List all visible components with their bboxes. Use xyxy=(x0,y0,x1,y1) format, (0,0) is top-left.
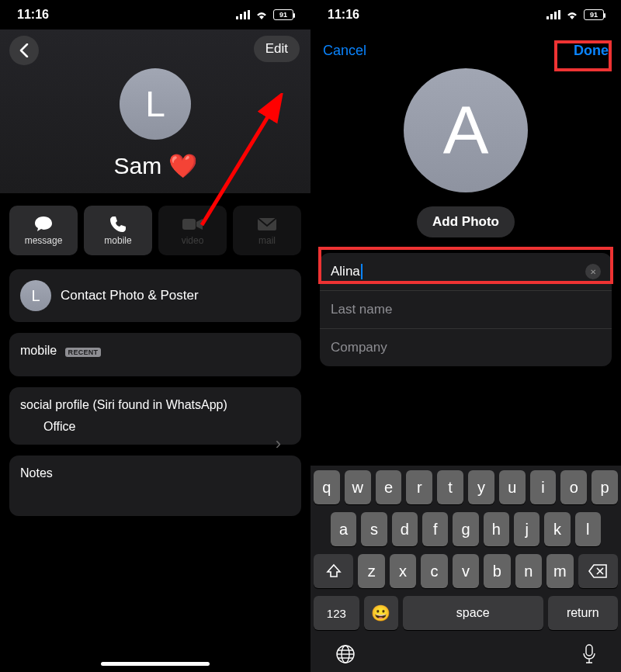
key-p[interactable]: p xyxy=(592,470,618,504)
phone-icon xyxy=(109,216,127,233)
key-s[interactable]: s xyxy=(361,512,387,546)
first-name-field[interactable]: Alina ✕ xyxy=(320,253,612,291)
video-label: video xyxy=(182,235,204,246)
key-e[interactable]: e xyxy=(376,470,402,504)
back-button[interactable] xyxy=(9,36,39,65)
photo-poster-card[interactable]: L Contact Photo & Poster xyxy=(9,269,301,322)
name-fields-card: Alina ✕ Last name Company xyxy=(320,253,612,366)
call-button[interactable]: mobile xyxy=(84,206,152,255)
wifi-icon xyxy=(565,10,579,19)
svg-rect-8 xyxy=(550,14,553,19)
key-l[interactable]: l xyxy=(575,512,601,546)
dictation-key[interactable] xyxy=(582,644,596,664)
mail-button: mail xyxy=(233,206,301,255)
key-v[interactable]: v xyxy=(453,554,479,588)
key-m[interactable]: m xyxy=(546,554,573,588)
chevron-left-icon xyxy=(19,43,29,57)
cancel-button[interactable]: Cancel xyxy=(323,43,366,59)
key-h[interactable]: h xyxy=(484,512,509,546)
key-r[interactable]: r xyxy=(406,470,432,504)
photo-poster-label: Contact Photo & Poster xyxy=(61,288,199,303)
key-z[interactable]: z xyxy=(358,554,384,588)
key-k[interactable]: k xyxy=(544,512,570,546)
clear-text-button[interactable]: ✕ xyxy=(585,264,601,279)
message-label: message xyxy=(25,235,63,246)
contact-actions: message mobile video mail xyxy=(0,193,310,258)
svg-rect-9 xyxy=(554,12,557,19)
status-time: 11:16 xyxy=(328,8,359,22)
notes-label: Notes xyxy=(20,466,290,480)
mini-avatar: L xyxy=(20,280,51,311)
recent-badge: RECENT xyxy=(65,348,102,357)
key-c[interactable]: c xyxy=(421,554,447,588)
last-name-field[interactable]: Last name xyxy=(320,291,612,329)
signal-icon xyxy=(546,10,560,19)
shift-icon xyxy=(326,563,342,579)
space-key[interactable]: space xyxy=(403,596,543,630)
status-bar: 11:16 91 xyxy=(310,0,621,29)
mail-label: mail xyxy=(258,235,276,246)
key-t[interactable]: t xyxy=(437,470,463,504)
status-bar: 11:16 91 xyxy=(0,0,310,29)
social-profile-card[interactable]: social profile (Siri found in WhatsApp) … xyxy=(9,387,301,445)
key-j[interactable]: j xyxy=(514,512,539,546)
wifi-icon xyxy=(255,10,269,19)
svg-rect-10 xyxy=(558,10,560,19)
mail-icon xyxy=(258,216,276,233)
edit-button[interactable]: Edit xyxy=(254,36,300,62)
key-u[interactable]: u xyxy=(499,470,526,504)
key-y[interactable]: y xyxy=(468,470,494,504)
contact-avatar[interactable]: L xyxy=(120,68,191,140)
social-profile-title: social profile (Siri found in WhatsApp) xyxy=(20,398,290,412)
company-placeholder: Company xyxy=(331,340,387,355)
video-button: video xyxy=(158,206,227,255)
svg-rect-16 xyxy=(586,645,592,656)
last-name-placeholder: Last name xyxy=(331,302,392,317)
globe-key[interactable] xyxy=(335,644,356,664)
contact-name: Sam ❤️ xyxy=(9,152,301,179)
key-w[interactable]: w xyxy=(345,470,371,504)
svg-rect-0 xyxy=(236,16,238,19)
annotation-done-highlight xyxy=(554,40,612,71)
key-q[interactable]: q xyxy=(314,470,340,504)
status-time: 11:16 xyxy=(17,8,49,22)
key-b[interactable]: b xyxy=(484,554,510,588)
text-cursor xyxy=(361,264,363,279)
shift-key[interactable] xyxy=(314,554,353,588)
key-g[interactable]: g xyxy=(453,512,478,546)
notes-card[interactable]: Notes xyxy=(9,456,301,516)
video-icon xyxy=(182,216,203,233)
home-indicator[interactable] xyxy=(101,662,210,666)
signal-icon xyxy=(236,10,250,19)
backspace-icon xyxy=(588,564,607,578)
return-key[interactable]: return xyxy=(548,596,618,630)
globe-icon xyxy=(335,644,356,664)
edit-avatar[interactable]: A xyxy=(404,68,528,192)
emoji-key[interactable]: 😀 xyxy=(364,596,398,630)
social-profile-value: Office xyxy=(43,420,290,434)
mic-icon xyxy=(582,644,596,664)
company-field[interactable]: Company xyxy=(320,329,612,366)
key-i[interactable]: i xyxy=(530,470,557,504)
key-f[interactable]: f xyxy=(422,512,448,546)
contact-header: Edit L Sam ❤️ xyxy=(0,29,310,193)
key-o[interactable]: o xyxy=(560,470,587,504)
svg-rect-2 xyxy=(244,12,246,19)
svg-rect-7 xyxy=(546,16,549,19)
key-n[interactable]: n xyxy=(515,554,542,588)
message-icon xyxy=(34,216,53,233)
backspace-key[interactable] xyxy=(578,554,618,588)
add-photo-button[interactable]: Add Photo xyxy=(417,206,515,237)
key-x[interactable]: x xyxy=(390,554,416,588)
key-a[interactable]: a xyxy=(331,512,356,546)
mode-key[interactable]: 123 xyxy=(314,596,359,630)
keyboard: qwertyuiop asdfghjkl zxcvbnm 123 😀 space… xyxy=(310,466,621,672)
svg-rect-3 xyxy=(248,10,250,19)
key-d[interactable]: d xyxy=(392,512,418,546)
message-button[interactable]: message xyxy=(9,206,78,255)
svg-rect-4 xyxy=(182,219,196,230)
battery-icon: 91 xyxy=(273,9,293,20)
svg-rect-1 xyxy=(240,14,242,19)
emoji-icon: 😀 xyxy=(371,604,390,622)
mobile-card[interactable]: mobile RECENT xyxy=(9,333,301,376)
